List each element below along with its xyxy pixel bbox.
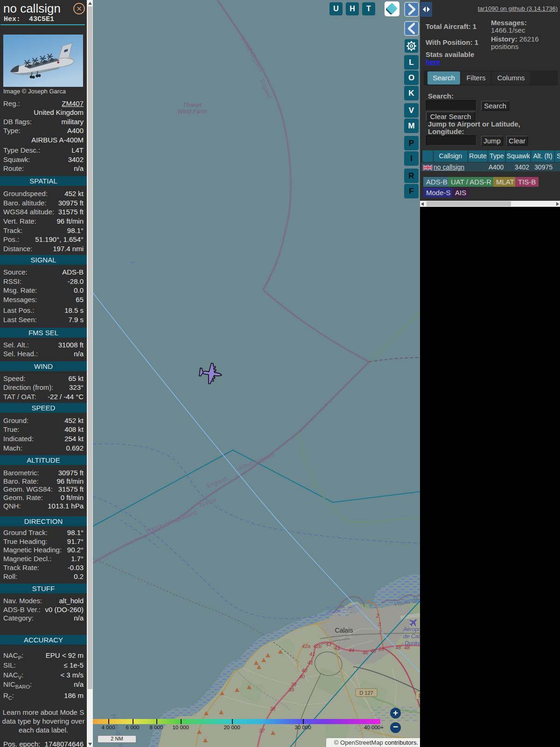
svg-text:Thanet: Thanet [183,101,203,108]
svg-text:3: 3 [378,629,382,635]
svg-text:39: 39 [288,687,294,692]
svg-text:D: D [419,693,420,698]
svg-text:de Calais: de Calais [403,633,420,640]
svg-text:46: 46 [371,648,377,654]
svg-text:42b: 42b [313,643,322,649]
svg-text:43: 43 [334,645,340,651]
svg-text:42a: 42a [302,643,310,649]
svg-text:D 127: D 127 [359,690,373,696]
svg-text:48: 48 [395,645,401,650]
svg-text:40: 40 [299,674,305,679]
svg-text:Aéroport: Aéroport [403,626,420,633]
svg-text:Wind Farm: Wind Farm [177,108,207,115]
svg-text:44: 44 [349,648,354,653]
svg-text:38: 38 [270,706,276,712]
svg-text:2: 2 [376,613,379,619]
svg-text:48: 48 [404,645,410,650]
svg-text:Calais: Calais [335,627,353,634]
svg-text:18: 18 [378,646,385,652]
svg-text:3: 3 [378,621,381,627]
svg-text:43: 43 [326,641,332,647]
svg-text:46: 46 [363,650,369,655]
svg-text:40: 40 [301,668,308,673]
svg-text:41: 41 [309,651,315,657]
svg-text:41: 41 [308,660,313,665]
